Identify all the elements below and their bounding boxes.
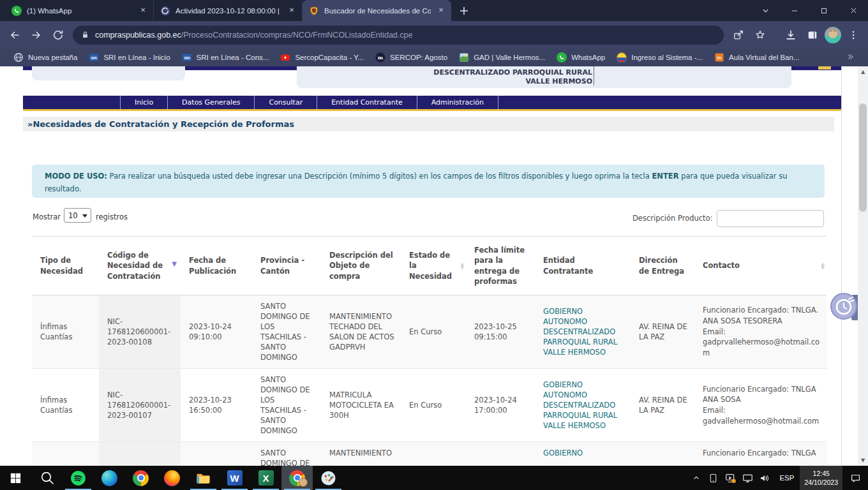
minimize-button[interactable]	[780, 0, 809, 21]
col-tipo[interactable]: Tipo de Necesidad	[32, 237, 99, 295]
tab-close-button[interactable]: ×	[287, 6, 297, 16]
usage-note-label: MODO DE USO:	[45, 172, 107, 181]
contact-email_label: Email:	[703, 405, 820, 416]
col-entidad[interactable]: Entidad Contratante	[535, 237, 631, 295]
cell-entidad[interactable]: GOBIERNO AUTONOMO DESCENTRALIZADO PARROQ…	[535, 295, 631, 369]
start-button[interactable]	[0, 466, 31, 490]
cell-tipo: Ínfimas Cuantías	[32, 295, 99, 369]
search-icon	[40, 470, 55, 486]
taskbar-explorer-button[interactable]	[188, 466, 219, 490]
taskbar-chrome-profile-button[interactable]	[281, 466, 313, 490]
tray-update-button[interactable]	[722, 466, 739, 490]
url-bar[interactable]: compraspublicas.gob.ec/ProcesoContrataci…	[73, 26, 724, 45]
table-row: SANTO DOMINGO DEMANTENIMIENTOGOBIERNOFun…	[32, 442, 827, 466]
taskbar-paint-button[interactable]	[313, 466, 344, 490]
profile-mini-avatar	[299, 478, 308, 487]
reload-button[interactable]	[47, 24, 69, 46]
new-tab-button[interactable]	[455, 2, 473, 20]
bookmark-5[interactable]: GAD | Valle Hermos...	[453, 50, 551, 64]
cell-dir: AV. REINA DE LA PAZ	[631, 295, 694, 369]
bookmark-6[interactable]: WhatsApp	[551, 50, 611, 64]
bookmark-3[interactable]: SercopCapacita - Y...	[274, 50, 370, 64]
col-direccion[interactable]: Dirección de Entrega	[631, 237, 694, 295]
tablet-icon	[708, 473, 719, 484]
back-button[interactable]	[4, 24, 26, 46]
nav-item-datos-generales[interactable]: Datos Generales	[167, 96, 254, 109]
bookmark-2[interactable]: SRISRI en Línea - Cons...	[176, 50, 275, 64]
forward-button[interactable]	[26, 24, 47, 46]
bookmark-label: SERCOP: Agosto	[390, 54, 447, 61]
tab-close-button[interactable]: ×	[436, 6, 446, 16]
taskbar-spotify-button[interactable]	[63, 466, 94, 490]
tab-list: (1) WhatsApp×Actividad 2023-10-12 08:00:…	[0, 0, 451, 21]
product-description-input[interactable]	[717, 210, 824, 227]
chevron-down-icon	[761, 6, 770, 15]
bookmark-8[interactable]: inAula Virtual del Ban...	[708, 50, 805, 64]
scroll-down-arrow[interactable]: ▼	[858, 455, 868, 466]
tab-close-button[interactable]: ×	[138, 6, 148, 16]
bookmarks-overflow-button[interactable]	[840, 53, 860, 63]
profile-avatar[interactable]	[825, 27, 841, 43]
scrollbar-thumb[interactable]	[859, 103, 867, 212]
entidad-link[interactable]: GOBIERNO AUTONOMO DESCENTRALIZADO PARROQ…	[543, 380, 617, 430]
col-provincia[interactable]: Provincia - Cantón	[252, 237, 321, 295]
tab-1[interactable]: Actividad 2023-10-12 08:00:00 | N×	[154, 0, 303, 21]
taskbar-chrome-button[interactable]	[125, 466, 156, 490]
plus-icon	[460, 6, 468, 15]
col-codigo[interactable]: Código de Necesidad de Contratación▼	[99, 237, 181, 295]
col-contacto[interactable]: Contacto▲▼	[694, 237, 827, 295]
close-icon	[849, 6, 858, 15]
nav-item-inicio[interactable]: Inicio	[120, 96, 167, 109]
page-size-select[interactable]: 10	[64, 208, 91, 223]
taskbar-firefox-button[interactable]	[156, 466, 188, 490]
col-descripcion[interactable]: Descripción del Objeto de compra	[321, 237, 401, 295]
taskbar-word-button[interactable]: W	[219, 466, 250, 490]
cell-entidad[interactable]: GOBIERNO	[535, 442, 631, 466]
entidad-link[interactable]: GOBIERNO AUTONOMO DESCENTRALIZADO PARROQ…	[543, 307, 617, 357]
col-fecha-limite[interactable]: Fecha límite para la entrega de proforma…	[466, 237, 535, 295]
action-center-button[interactable]	[842, 466, 868, 490]
bookmark-4[interactable]: mSERCOP: Agosto	[370, 50, 453, 64]
bookmark-7[interactable]: Ingreso al Sistema -...	[611, 50, 708, 64]
taskbar-search-button[interactable]	[31, 466, 63, 490]
browser-menu-button[interactable]	[842, 24, 864, 46]
bookmark-label: WhatsApp	[571, 54, 605, 61]
col-estado[interactable]: Estado de la Necesidad▲▼	[401, 237, 466, 295]
downloads-button[interactable]	[780, 24, 802, 46]
entidad-link[interactable]: GOBIERNO	[543, 449, 583, 457]
cell-entidad[interactable]: GOBIERNO AUTONOMO DESCENTRALIZADO PARROQ…	[535, 369, 631, 442]
col-fecha-publicacion[interactable]: Fecha de Publicación	[181, 237, 252, 295]
taskbar-edge-button[interactable]	[94, 466, 125, 490]
share-icon	[732, 29, 745, 41]
tray-tablet-button[interactable]	[705, 466, 722, 490]
bookmarks-bar: Nueva pestañaSRISRI en Línea - InicioSRI…	[0, 48, 868, 66]
bookmark-0[interactable]: Nueva pestaña	[8, 50, 83, 64]
taskbar-excel-button[interactable]: X	[250, 466, 281, 490]
tab-2[interactable]: Buscador de Necesidades de Co×	[303, 0, 451, 21]
sri-icon: SRI	[89, 52, 99, 63]
page-scrollbar[interactable]: ▲ ▼	[858, 66, 868, 466]
tray-volume-button[interactable]	[756, 466, 774, 490]
nav-item-entidad-contratante[interactable]: Entidad Contratante	[317, 96, 417, 109]
maximize-button[interactable]	[809, 0, 839, 21]
language-indicator[interactable]: ESP	[774, 474, 800, 482]
double-chevron-right-icon	[846, 53, 854, 61]
bookmark-1[interactable]: SRISRI en Línea - Inicio	[83, 50, 176, 64]
tab-0[interactable]: (1) WhatsApp×	[5, 0, 154, 21]
taskbar-clock[interactable]: 12:45 24/10/2023	[800, 466, 842, 490]
tray-network-button[interactable]	[739, 466, 756, 490]
share-button[interactable]	[728, 24, 749, 46]
side-panel-button[interactable]	[802, 24, 823, 46]
scroll-up-arrow[interactable]: ▲	[858, 66, 868, 77]
nav-item-consultar[interactable]: Consultar	[254, 96, 317, 109]
contact-encargado: Funcionario Encargado: TNLGA. ANA SOSA T…	[703, 305, 820, 326]
tray-chevron-button[interactable]	[687, 466, 705, 490]
close-button[interactable]	[839, 0, 868, 21]
floating-clock-widget[interactable]	[830, 292, 858, 320]
bookmark-star-button[interactable]	[749, 24, 771, 46]
tab-search-button[interactable]	[751, 0, 780, 21]
cell-flim: 2023-10-24 17:00:00	[466, 369, 535, 442]
lock-icon	[80, 30, 90, 40]
bookmark-label: SRI en Línea - Cons...	[197, 54, 269, 61]
nav-item-administracion[interactable]: Administración	[417, 96, 498, 109]
